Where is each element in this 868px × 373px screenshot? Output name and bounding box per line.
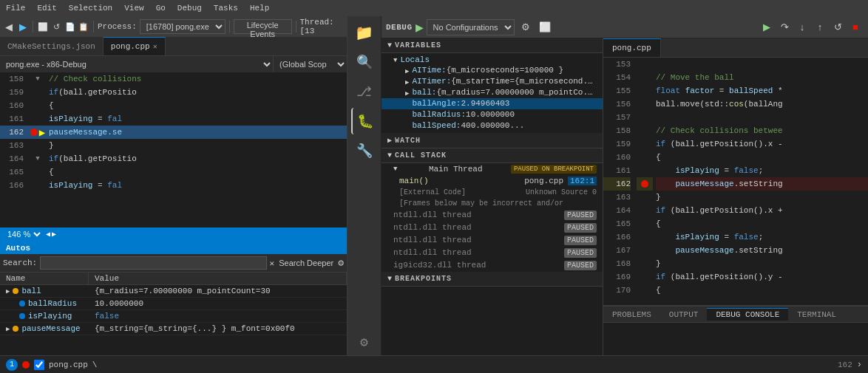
- autos-col-name: Name: [0, 273, 89, 284]
- ntdll-thread-3[interactable]: ntdll.dll thread PAUSED: [382, 234, 603, 247]
- step-out-btn[interactable]: ↑: [812, 19, 828, 35]
- bp-bar-expand[interactable]: ›: [857, 360, 862, 370]
- autos-header-row: Name Value: [0, 273, 347, 285]
- expand-pauseMessage[interactable]: ▶: [6, 325, 10, 333]
- callstack-header[interactable]: ▼ CALL STACK: [382, 148, 603, 163]
- restart-btn[interactable]: ↺: [830, 19, 846, 35]
- scope-dropdown[interactable]: (Global Scop: [273, 56, 347, 72]
- tab-pong-close[interactable]: ✕: [153, 42, 157, 51]
- zoom-left[interactable]: ◀: [46, 230, 50, 239]
- activity-extensions-icon[interactable]: 🔧: [351, 137, 378, 164]
- step-into-btn[interactable]: ↓: [794, 19, 810, 35]
- continue-btn[interactable]: ▶: [759, 19, 775, 35]
- ntdll-thread-4[interactable]: ntdll.dll thread PAUSED: [382, 247, 603, 259]
- var-ballspeed[interactable]: ▶ ballSpeed: 400.000000...: [382, 120, 603, 131]
- tab-cmake[interactable]: CMakeSettings.json: [0, 37, 104, 55]
- stack-external-line: 0: [592, 188, 597, 196]
- menu-help[interactable]: Help: [244, 2, 275, 14]
- autos-cell-ball-value: {m_radius=7.00000000 m_pointCount=30: [89, 285, 347, 297]
- toolbar-icon-3[interactable]: 📄: [64, 19, 75, 34]
- search-clear[interactable]: ✕: [270, 259, 275, 268]
- var-ballangle[interactable]: ▶ ballAngle: 2.94960403: [382, 98, 603, 109]
- search-deeper-btn[interactable]: Search Deeper: [277, 259, 335, 267]
- zoom-select[interactable]: 146 %: [4, 229, 43, 239]
- menu-debug[interactable]: Debug: [172, 2, 208, 14]
- collapse-158[interactable]: ▼: [35, 75, 39, 83]
- zoom-right[interactable]: ▶: [52, 230, 56, 239]
- menu-tasks[interactable]: Tasks: [208, 2, 244, 14]
- tab-debug-console[interactable]: DEBUG CONSOLE: [707, 308, 788, 321]
- tab-pong-label: pong.cpp: [111, 42, 150, 51]
- watch-header[interactable]: ▶ WATCH: [382, 133, 603, 148]
- activity-debug-config-icon[interactable]: ⚙: [351, 329, 378, 355]
- aitime-name: AITime:: [412, 66, 446, 75]
- step-over-btn[interactable]: ↷: [776, 19, 793, 35]
- code-content-159: if (ball.getPositio: [46, 86, 347, 99]
- autos-row-isPlaying[interactable]: isPlaying false: [0, 310, 347, 323]
- forward-btn[interactable]: ▶: [16, 19, 28, 34]
- right-line-166: isPlaying = false;: [656, 230, 868, 244]
- activity-debug-icon[interactable]: 🐛: [351, 108, 378, 134]
- search-row: Search: ✕ Search Deeper ⚙: [0, 254, 347, 273]
- ntdll-thread-2[interactable]: ntdll.dll thread PAUSED: [382, 222, 603, 234]
- menu-go[interactable]: Go: [150, 2, 172, 14]
- code-editor-left[interactable]: 158 ▼ // Check collisions 159 if (ball.g…: [0, 72, 347, 227]
- autos-row-ballRadius[interactable]: ballRadius 10.0000000: [0, 298, 347, 310]
- var-aitimer[interactable]: ▶ AITimer: {m_startTime={m_microsecond..…: [382, 76, 603, 87]
- file-dropdown[interactable]: pong.exe - x86-Debug: [0, 56, 273, 72]
- menu-selection[interactable]: Selection: [63, 2, 118, 14]
- menu-view[interactable]: View: [118, 2, 149, 14]
- activity-search-icon[interactable]: 🔍: [351, 49, 378, 75]
- menu-file[interactable]: File: [0, 2, 31, 14]
- toolbar-icon-1[interactable]: ⬜: [37, 19, 49, 34]
- activity-source-control-icon[interactable]: ⎇: [351, 78, 378, 105]
- debug-terminal-btn[interactable]: ⬜: [537, 19, 553, 35]
- autos-row-ball[interactable]: ▶ ball {m_radius=7.00000000 m_pointCount…: [0, 285, 347, 298]
- var-ball[interactable]: ▶ ball: {m_radius=7.00000000 m_pointCo..…: [382, 87, 603, 98]
- lifecycle-btn[interactable]: Lifecycle Events: [234, 19, 292, 34]
- stop-btn[interactable]: ■: [847, 19, 864, 35]
- activity-explorer-icon[interactable]: 📁: [351, 19, 378, 46]
- autos-row-pauseMessage[interactable]: ▶ pauseMessage {m_string={m_string={...}…: [0, 323, 347, 335]
- ntdll-thread-1[interactable]: ntdll.dll thread PAUSED: [382, 209, 603, 222]
- stack-main[interactable]: main() pong.cpp 162:1: [382, 175, 603, 187]
- stack-external[interactable]: [External Code] Unknown Source 0: [382, 187, 603, 198]
- var-aitime[interactable]: ▶ AITime: {m_microseconds=100000 }: [382, 65, 603, 76]
- back-btn[interactable]: ◀: [3, 19, 15, 34]
- icon-ballRadius: [19, 301, 25, 307]
- tab-problems[interactable]: PROBLEMS: [603, 309, 660, 321]
- autos-panel: Autos Search: ✕ Search Deeper ⚙ Name Val…: [0, 241, 347, 355]
- right-line-153: [656, 58, 868, 71]
- expand-ball[interactable]: ▶: [6, 287, 10, 295]
- debug-run-btn[interactable]: ▶: [416, 21, 424, 33]
- process-selector[interactable]: [16780] pong.exe: [140, 19, 226, 34]
- bp-bar-checkbox[interactable]: [34, 360, 44, 370]
- search-settings-icon[interactable]: ⚙: [338, 257, 344, 269]
- bp-right-162[interactable]: [641, 180, 648, 188]
- toolbar-icon-2[interactable]: ↺: [50, 19, 62, 34]
- debug-settings-btn[interactable]: ⚙: [518, 19, 534, 35]
- editor-tabs-left: CMakeSettings.json pong.cpp ✕: [0, 37, 347, 56]
- var-ballradius[interactable]: ▶ ballRadius: 10.0000000: [382, 109, 603, 120]
- variables-header[interactable]: ▼ VARIABLES: [382, 38, 603, 53]
- menu-edit[interactable]: Edit: [31, 2, 62, 14]
- right-line-156: ball.move(std::cos(ballAng: [656, 97, 868, 111]
- toolbar-icon-4[interactable]: 📋: [78, 19, 89, 34]
- process-label: Process:: [98, 22, 137, 31]
- tab-terminal[interactable]: TERMINAL: [788, 309, 845, 321]
- ig9icd32-thread[interactable]: ig9icd32.dll thread PAUSED: [382, 259, 603, 272]
- breakpoint-162[interactable]: [30, 129, 38, 136]
- tab-pong[interactable]: pong.cpp ✕: [104, 37, 166, 55]
- collapse-164[interactable]: ▼: [35, 155, 39, 162]
- breakpoints-header[interactable]: ▼ BREAKPOINTS: [382, 272, 603, 287]
- search-input[interactable]: [40, 256, 266, 270]
- locals-item[interactable]: ▼ Locals: [382, 55, 603, 65]
- code-editor-right[interactable]: 153 154 155 156 157 158 159 160 161 162 …: [603, 58, 868, 305]
- main-thread-item[interactable]: ▼ Main Thread PAUSED ON BREAKPOINT: [382, 163, 603, 175]
- code-tab-pong-right[interactable]: pong.cpp: [603, 38, 661, 57]
- debug-config-dropdown[interactable]: No Configurations: [427, 19, 515, 35]
- aitimer-name: AITimer:: [412, 77, 451, 86]
- ball-name: ball:: [412, 88, 436, 97]
- tab-output[interactable]: OUTPUT: [660, 309, 708, 321]
- debug-sidebar: ▼ VARIABLES ▼ Locals ▶ AITime: {m_m: [382, 38, 603, 355]
